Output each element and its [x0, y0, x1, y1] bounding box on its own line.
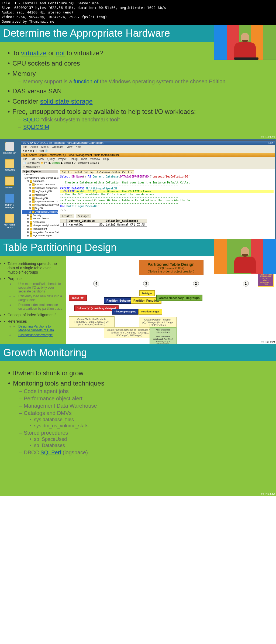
- presenter-figure: [234, 247, 256, 274]
- results-grid[interactable]: Current_DatabaseCollation_Assignment 1Ma…: [60, 219, 147, 227]
- editor-tab[interactable]: Mod 1 - Collations.sq...KS\administrator…: [60, 170, 134, 174]
- link-solid-state[interactable]: solid state storage: [40, 98, 93, 105]
- slide-body: If/when to shrink or grow Monitoring too…: [0, 361, 276, 496]
- generated-line: Generated by Thumbnail me: [2, 19, 274, 24]
- slide-ssms-screenshot: Recycle Bin PP10775 PP10777 Hyper-V Mana…: [0, 139, 276, 239]
- ssms-titlebar: SQL Server Scripts1 - Microsoft SQL Serv…: [21, 153, 275, 157]
- bullet: References Designing Partitions to Manag…: [4, 319, 62, 337]
- server-node[interactable]: ⊟ Proseware (SQL Server 11.0.2100 - ADVE…: [22, 176, 58, 179]
- slide-growth: Growth Monitoring If/when to shrink or g…: [0, 344, 276, 496]
- subsub-bullet: sp_Databases: [30, 443, 268, 448]
- object-explorer[interactable]: Object Explorer Connect ⊟ Proseware (SQL…: [21, 169, 59, 239]
- tree-item[interactable]: ⊞ MirroringDB: [22, 197, 58, 200]
- box-table: Table "x": [69, 295, 87, 301]
- link-virtualize[interactable]: virtualize: [21, 49, 47, 57]
- tree-item[interactable]: ⊞ SQL Server Agent: [22, 234, 58, 237]
- sub-sqliosim: SQLIOSIM: [18, 124, 268, 130]
- box-datatype: Datatype: [139, 290, 155, 296]
- step-2: 2: [193, 281, 199, 287]
- timestamp: 00:41:32: [261, 492, 275, 496]
- ssms-menubar[interactable]: FileEditViewQueryProjectDebugToolsWindow…: [21, 157, 275, 161]
- sub-bullet: Efficiently load new data into a (large)…: [13, 294, 62, 302]
- tree-item[interactable]: ⊞ Security: [22, 214, 58, 217]
- sub-bullet: Perform index maintenance on a partition…: [13, 303, 62, 311]
- tree-item[interactable]: ⊞ LogShippingDB: [22, 190, 58, 193]
- ssms-toolbar-2[interactable]: ⬚ MarketDev ▾: [21, 165, 275, 169]
- presenter-figure: [234, 33, 256, 60]
- tree-item[interactable]: ⊞ Management: [22, 227, 58, 231]
- sub-bullet: Use more read/write heads to separate I/…: [13, 282, 62, 293]
- tree-item[interactable]: ⊞ Server Objects: [22, 217, 58, 220]
- tree-item[interactable]: ⊞ Replication: [22, 220, 58, 224]
- connect-button[interactable]: Connect: [22, 173, 58, 176]
- presenter-webcam: [214, 25, 276, 60]
- size-line: Size: 659092137 bytes (628.56 MiB), dura…: [2, 6, 274, 10]
- messages-tab[interactable]: Messages: [76, 214, 91, 218]
- link-designing-partitions[interactable]: Designing Partitions to Manage Subsets o…: [18, 325, 54, 332]
- timestamp: 00:31:09: [261, 340, 275, 344]
- sub-bullet: Management Data Warehouse: [19, 403, 268, 409]
- vm-window: 10775A-MIA-SQL1 on localhost - Virtual M…: [21, 140, 275, 238]
- icon-pp10775[interactable]: PP10775: [2, 159, 18, 172]
- icon-recycle-bin[interactable]: Recycle Bin: [2, 142, 18, 154]
- link-sqlperf[interactable]: SQLPerf: [40, 449, 61, 455]
- slide-partitioning: Table Partitioning Design Table partitio…: [0, 239, 276, 344]
- slide-hardware: Determine the Appropriate Hardware To vi…: [0, 25, 276, 139]
- databases-node[interactable]: ⊟ Databases: [22, 179, 58, 183]
- step-1: 1: [243, 281, 249, 287]
- tree-item[interactable]: ⊞ System Databases: [22, 183, 58, 186]
- sub-bullet: Code in agent jobs: [19, 388, 268, 394]
- note-create-table: Create Table dbo.Products (ProductID...,…: [69, 316, 115, 328]
- icon-pp10777[interactable]: PP10777: [2, 176, 18, 189]
- bullet: Monitoring tools and techniques Code in …: [8, 380, 268, 456]
- results-tab[interactable]: Results: [60, 214, 74, 218]
- box-scheme: Partition Scheme: [104, 297, 133, 304]
- file-line: File: 1 - Install and Configure SQL Serv…: [2, 1, 274, 6]
- ssms-toolbar[interactable]: 📄 New Query | 📂 💾 | ▶ Execute ▶ Debug ■ …: [21, 161, 275, 165]
- box-fgmap: Filegroup Mapping: [112, 309, 139, 315]
- sub-memory: Memory support is a function of the Wind…: [18, 79, 268, 85]
- tree-item[interactable]: ⊞ AlwaysOn High Availability: [22, 224, 58, 227]
- icon-mia-admin[interactable]: MIA Admin Mods: [2, 214, 18, 229]
- vm-toolbar[interactable]: ● ◉ ● ◉ ▶ ⏸ ⏯ 🖴 💿: [21, 149, 275, 153]
- sub-sqlio: SQLIO "disk subsystem benchmark tool": [18, 117, 268, 123]
- bullet: Concept of index "alignment": [4, 313, 62, 317]
- results-pane: Results Messages Current_DatabaseCollati…: [60, 214, 274, 227]
- tree-item[interactable]: ⊞ MarketDev: [22, 193, 58, 197]
- presenter-webcam: [214, 239, 276, 274]
- subsub-bullet: sp_SpaceUsed: [30, 437, 268, 442]
- vm-menubar[interactable]: FileActionMediaClipboardViewHelp: [21, 145, 275, 149]
- step-3: 3: [143, 281, 149, 287]
- link-not[interactable]: not: [56, 49, 65, 57]
- tree-item[interactable]: ⊞ Database Snapshots: [22, 186, 58, 190]
- link-sqlio[interactable]: SQLIO: [23, 117, 40, 122]
- slide-title: Growth Monitoring: [0, 344, 276, 361]
- tree-item[interactable]: ⊞ TinyDB: [22, 207, 58, 210]
- window-controls[interactable]: _ □ ×: [266, 141, 273, 144]
- tree-item[interactable]: ⊞ ReportServer$MKTG: [22, 200, 58, 203]
- bullet-ssd: Consider solid state storage: [8, 98, 268, 105]
- tree-item[interactable]: ⊞ Integration Services Catalogs: [22, 231, 58, 234]
- db-context-dropdown[interactable]: MarketDev: [26, 166, 38, 168]
- zoom-level[interactable]: 75 %: [60, 209, 274, 212]
- icon-hyperv[interactable]: Hyper-V Manager: [2, 194, 18, 209]
- box-ranges: Partition ranges: [138, 309, 162, 315]
- sql-editor[interactable]: Mod 1 - Collations.sq...KS\administrator…: [59, 169, 275, 239]
- sub-bullet: Stored procedures sp_SpaceUsed sp_Databa…: [19, 430, 268, 448]
- link-function-of[interactable]: function of: [74, 79, 98, 84]
- link-sqliosim[interactable]: SQLIOSIM: [23, 124, 49, 130]
- sub-bullet: Performance object alert: [19, 396, 268, 402]
- tree-item-selected[interactable]: ⊞ UnspecifiedCollationDB: [22, 210, 58, 214]
- timestamp: 00:20:47: [261, 235, 275, 238]
- link-sliding-window[interactable]: SlidingWindow example: [18, 333, 53, 337]
- db-dropdown[interactable]: Default: [78, 162, 86, 164]
- sub-bullet: Designing Partitions to Manage Subsets o…: [13, 325, 62, 332]
- bullet-das-san: DAS versus SAN: [8, 87, 268, 95]
- execute-button[interactable]: Execute: [52, 162, 61, 164]
- tree-item[interactable]: ⊞ ReportServer$MKTGTempDB: [22, 203, 58, 207]
- vm-titlebar: 10775A-MIA-SQL1 on localhost - Virtual M…: [21, 141, 275, 145]
- debug-button[interactable]: Debug: [64, 162, 71, 164]
- partition-text-panel: Table partitioning spreads the data of a…: [0, 256, 66, 344]
- timestamp: 00:10:24: [261, 135, 275, 139]
- new-query-button[interactable]: New Query: [27, 162, 39, 164]
